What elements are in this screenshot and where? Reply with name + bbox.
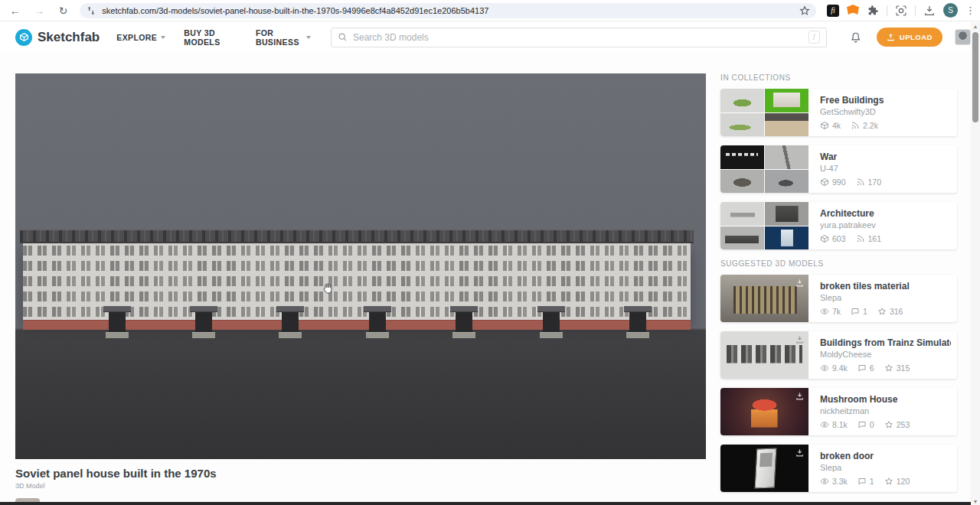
nav-explore-label: EXPLORE xyxy=(116,33,157,42)
views-count: 8.1k xyxy=(832,420,848,429)
browser-profile-avatar[interactable]: S xyxy=(943,3,958,18)
suggested-model-card[interactable]: Buildings from Trainz Simulator 2012 Mol… xyxy=(720,331,957,379)
main-nav: EXPLORE BUY 3D MODELS FOR BUSINESS xyxy=(116,28,311,47)
scrollbar-thumb[interactable] xyxy=(972,32,978,122)
followers-count: 161 xyxy=(868,234,882,243)
model-title[interactable]: Buildings from Trainz Simulator 2012 xyxy=(820,337,951,348)
address-bar[interactable]: sketchfab.com/3d-models/soviet-panel-hou… xyxy=(80,3,816,18)
models-cube-icon xyxy=(820,234,829,243)
chevron-down-icon xyxy=(306,36,311,39)
search-box[interactable]: / xyxy=(331,28,827,47)
avatar[interactable] xyxy=(955,29,971,45)
browser-menu-icon[interactable]: ⋮ xyxy=(965,5,975,16)
building-entrance xyxy=(366,306,389,338)
suggested-model-card[interactable]: broken door Slepa 3.3k 1 120 xyxy=(720,445,957,492)
model-title[interactable]: Mushroom House xyxy=(820,394,951,405)
extension-fox-icon[interactable] xyxy=(847,5,859,16)
model-thumbnail[interactable] xyxy=(720,388,808,435)
likes-count: 120 xyxy=(897,477,910,486)
upload-button[interactable]: UPLOAD xyxy=(877,28,942,47)
extensions-puzzle-icon[interactable] xyxy=(867,5,879,17)
nav-explore[interactable]: EXPLORE xyxy=(116,33,165,42)
grab-hand-cursor xyxy=(322,282,334,295)
model-author[interactable]: MoldyCheese xyxy=(820,350,951,359)
sketchfab-logo[interactable]: Sketchfab xyxy=(15,29,100,46)
toolbar-divider xyxy=(887,5,887,16)
browser-refresh-button[interactable]: ↻ xyxy=(54,3,72,18)
model-thumbnail[interactable] xyxy=(720,445,808,492)
models-count: 990 xyxy=(832,178,846,187)
extension-fi-icon[interactable]: fi xyxy=(827,5,839,17)
model-author[interactable]: Slepa xyxy=(820,463,951,472)
collection-thumbnail[interactable] xyxy=(720,202,808,249)
likes-star-icon xyxy=(884,477,893,486)
collection-stats: 603 161 xyxy=(820,234,881,243)
comments-count: 1 xyxy=(863,307,867,316)
views-eye-icon xyxy=(820,477,829,486)
views-count: 3.3k xyxy=(832,477,848,486)
suggested-section-header: SUGGESTED 3D MODELS xyxy=(720,259,957,268)
building-entrance xyxy=(106,306,129,338)
collection-author[interactable]: GetSchwifty3D xyxy=(820,107,951,116)
model-author[interactable]: Slepa xyxy=(820,293,951,302)
model-3d-viewer[interactable] xyxy=(15,73,706,459)
comments-count: 1 xyxy=(870,477,874,486)
model-stats: 7k 1 316 xyxy=(820,307,903,316)
nav-for-business[interactable]: FOR BUSINESS xyxy=(256,28,311,47)
likes-star-icon xyxy=(884,363,893,373)
downloadable-icon xyxy=(795,334,805,344)
right-sidebar: IN COLLECTIONS Free Buildings GetSchwift… xyxy=(720,73,957,501)
collection-thumbnail[interactable] xyxy=(720,89,808,136)
comments-icon xyxy=(858,420,867,429)
building-entrance xyxy=(626,306,649,338)
views-eye-icon xyxy=(820,363,829,373)
site-info-icon[interactable] xyxy=(86,5,96,16)
nav-buy-3d-models[interactable]: BUY 3D MODELS xyxy=(184,28,237,47)
suggested-model-card[interactable]: broken tiles material Slepa 7k 1 316 xyxy=(720,275,957,322)
collection-author[interactable]: yura.patrakeev xyxy=(820,220,951,230)
views-count: 7k xyxy=(832,307,841,316)
browser-forward-button[interactable]: → xyxy=(30,3,47,18)
browser-back-button[interactable]: ← xyxy=(6,3,24,18)
building-entrance xyxy=(452,306,475,338)
models-count: 603 xyxy=(832,234,846,243)
downloadable-icon xyxy=(795,448,805,458)
brand-wordmark: Sketchfab xyxy=(38,30,100,45)
collection-author[interactable]: U-47 xyxy=(820,164,951,173)
scrollbar-down-arrow[interactable]: ▼ xyxy=(971,497,980,505)
views-count: 9.4k xyxy=(832,363,848,373)
suggested-model-card[interactable]: Mushroom House nickheitzman 8.1k 0 253 xyxy=(720,388,957,435)
lens-search-icon[interactable] xyxy=(895,5,907,17)
followers-feed-icon xyxy=(851,121,860,130)
views-eye-icon xyxy=(820,307,829,316)
url-text[interactable]: sketchfab.com/3d-models/soviet-panel-hou… xyxy=(102,6,799,15)
likes-count: 315 xyxy=(897,363,910,373)
model-thumbnail[interactable] xyxy=(720,275,808,322)
upload-label: UPLOAD xyxy=(900,33,933,41)
model-title-block: Soviet panel house built in the 1970s 3D… xyxy=(15,467,217,490)
model-title[interactable]: broken tiles material xyxy=(820,281,951,292)
page-title: Soviet panel house built in the 1970s xyxy=(15,467,217,480)
collection-title[interactable]: Architecture xyxy=(820,208,951,219)
collection-card[interactable]: War U-47 990 170 xyxy=(720,145,957,193)
building-entrance xyxy=(192,306,215,338)
collection-card[interactable]: Free Buildings GetSchwifty3D 4k 2.2k xyxy=(720,89,957,136)
search-icon xyxy=(338,32,348,42)
notifications-bell-icon[interactable] xyxy=(850,31,861,44)
model-thumbnail[interactable] xyxy=(720,331,808,379)
comments-icon xyxy=(858,363,867,373)
followers-feed-icon xyxy=(856,234,865,243)
building-entrance xyxy=(540,306,563,338)
collection-thumbnail[interactable] xyxy=(720,145,808,193)
model-title[interactable]: broken door xyxy=(820,451,951,461)
model-author[interactable]: nickheitzman xyxy=(820,406,951,415)
bookmark-star-icon[interactable] xyxy=(799,5,810,16)
search-input[interactable] xyxy=(353,32,808,43)
page-scrollbar[interactable]: ▲ ▼ xyxy=(971,22,980,505)
collection-card[interactable]: Architecture yura.patrakeev 603 161 xyxy=(720,202,957,249)
collection-title[interactable]: Free Buildings xyxy=(820,95,951,106)
scrollbar-up-arrow[interactable]: ▲ xyxy=(971,22,980,30)
collection-title[interactable]: War xyxy=(820,152,951,162)
downloads-icon[interactable] xyxy=(923,5,936,17)
comments-count: 6 xyxy=(870,363,874,373)
